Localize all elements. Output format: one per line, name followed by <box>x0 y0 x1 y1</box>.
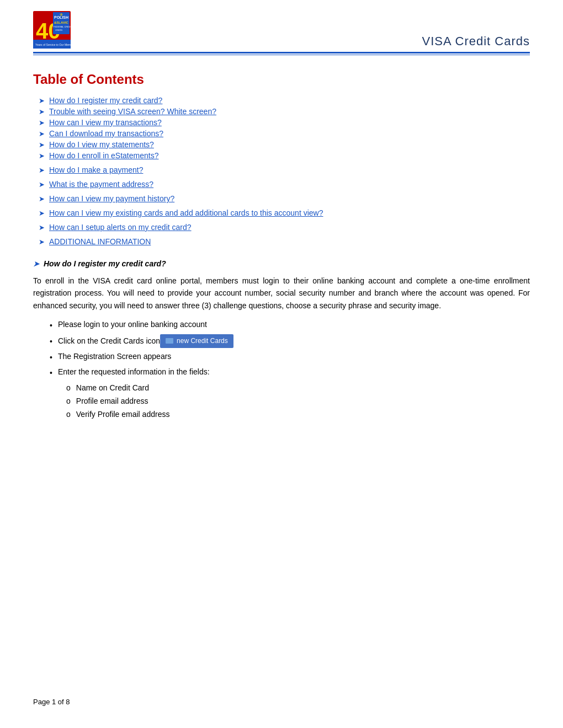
svg-text:Years of Service to Our Member: Years of Service to Our Members <box>35 43 71 46</box>
toc-link-8[interactable]: What is the payment address? <box>49 180 153 189</box>
toc-link-12[interactable]: ADDITIONAL INFORMATION <box>49 237 151 246</box>
toc-item-10: ➤ How can I view my existing cards and a… <box>39 208 530 217</box>
bullet-item-2: • Click on the Credit Cards icon new Cre… <box>50 334 233 348</box>
toc-item-6: ➤ How do I enroll in eStatements? <box>39 151 530 160</box>
bullets-and-badge: • Please login to your online banking ac… <box>33 318 530 422</box>
sub-bullets: o Name on Credit Card o Profile email ad… <box>66 382 233 421</box>
page: 40 POLISH &SLAVIC FEDERAL CREDIT UNION ⚜… <box>0 0 563 728</box>
toc-item-5: ➤ How do I view my statements? <box>39 140 530 149</box>
sub-bullet-text-3: Verify Profile email address <box>76 408 170 420</box>
toc-item-3: ➤ How can I view my transactions? <box>39 118 530 127</box>
sub-bullet-text-2: Profile email address <box>76 395 148 407</box>
toc-link-1[interactable]: How do I register my credit card? <box>49 96 162 105</box>
svg-text:FEDERAL CREDIT: FEDERAL CREDIT <box>54 25 71 28</box>
sub-bullet-marker-3: o <box>66 408 71 420</box>
bullet-text-2: Click on the Credit Cards icon <box>58 335 160 347</box>
toc-item-1: ➤ How do I register my credit card? <box>39 96 530 105</box>
toc-item-11: ➤ How can I setup alerts on my credit ca… <box>39 223 530 232</box>
toc-arrow-12: ➤ <box>39 238 45 246</box>
logo-icon: 40 POLISH &SLAVIC FEDERAL CREDIT UNION ⚜… <box>33 11 71 49</box>
toc-arrow-10: ➤ <box>39 209 45 217</box>
toc-link-6[interactable]: How do I enroll in eStatements? <box>49 151 158 160</box>
toc-link-11[interactable]: How can I setup alerts on my credit card… <box>49 223 192 232</box>
sub-bullet-marker-1: o <box>66 382 71 394</box>
section1-body: To enroll in the VISA credit card online… <box>33 275 530 312</box>
bullet-dot-3: • <box>50 351 52 363</box>
bullet-dot-4: • <box>50 367 52 379</box>
svg-text:⚜: ⚜ <box>59 12 63 18</box>
section1-heading-text: How do I register my credit card? <box>44 259 166 268</box>
bullet-item-1: • Please login to your online banking ac… <box>50 318 233 331</box>
sub-bullet-text-1: Name on Credit Card <box>76 382 149 394</box>
toc-arrow-8: ➤ <box>39 180 45 189</box>
svg-text:UNION: UNION <box>55 29 62 31</box>
bullet-item-3: • The Registration Screen appears <box>50 350 233 363</box>
badge-card-icon <box>166 338 173 344</box>
footer-text: Page 1 of 8 <box>33 698 70 706</box>
bullet-item-4: • Enter the requested information in the… <box>50 366 233 379</box>
section1-arrow: ➤ <box>33 260 39 268</box>
toc-item-9: ➤ How can I view my payment history? <box>39 194 530 203</box>
toc-link-5[interactable]: How do I view my statements? <box>49 140 154 149</box>
toc-link-4[interactable]: Can I download my transactions? <box>49 129 163 138</box>
toc-arrow-7: ➤ <box>39 166 45 174</box>
toc-link-10[interactable]: How can I view my existing cards and add… <box>49 208 323 217</box>
toc-arrow-11: ➤ <box>39 223 45 232</box>
toc-item-2: ➤ Trouble with seeing VISA screen? White… <box>39 107 530 116</box>
badge-label: new Credit Cards <box>177 336 228 346</box>
bullet-text-3: The Registration Screen appears <box>58 350 171 362</box>
toc-list: ➤ How do I register my credit card? ➤ Tr… <box>39 96 530 246</box>
toc-arrow-6: ➤ <box>39 152 45 160</box>
toc-link-3[interactable]: How can I view my transactions? <box>49 118 162 127</box>
toc-link-7[interactable]: How do I make a payment? <box>49 165 143 174</box>
toc-item-12: ➤ ADDITIONAL INFORMATION <box>39 237 530 246</box>
sub-bullet-2: o Profile email address <box>66 395 233 407</box>
toc-item-4: ➤ Can I download my transactions? <box>39 129 530 138</box>
toc-item-8: ➤ What is the payment address? <box>39 180 530 189</box>
svg-text:&SLAVIC: &SLAVIC <box>54 21 69 24</box>
sub-bullet-1: o Name on Credit Card <box>66 382 233 394</box>
section1-heading: ➤ How do I register my credit card? <box>33 259 530 268</box>
toc-arrow-9: ➤ <box>39 195 45 203</box>
page-footer: Page 1 of 8 <box>33 698 70 706</box>
bullet-dot-1: • <box>50 319 52 331</box>
toc-link-2[interactable]: Trouble with seeing VISA screen? White s… <box>49 107 216 116</box>
toc-arrow-3: ➤ <box>39 119 45 127</box>
sub-bullet-marker-2: o <box>66 395 71 407</box>
new-credit-cards-badge: new Credit Cards <box>160 334 233 348</box>
header: 40 POLISH &SLAVIC FEDERAL CREDIT UNION ⚜… <box>0 0 563 49</box>
toc-arrow-2: ➤ <box>39 108 45 116</box>
header-divider <box>33 52 530 53</box>
section1-bullets: • Please login to your online banking ac… <box>50 318 233 422</box>
toc-arrow-1: ➤ <box>39 97 45 105</box>
header-title: VISA Credit Cards <box>422 34 530 49</box>
toc-item-7: ➤ How do I make a payment? <box>39 165 530 174</box>
bullet-dot-2: • <box>50 335 52 347</box>
toc-heading: Table of Contents <box>33 72 530 87</box>
bullet-text-4: Enter the requested information in the f… <box>58 366 210 378</box>
toc-arrow-4: ➤ <box>39 130 45 138</box>
logo-area: 40 POLISH &SLAVIC FEDERAL CREDIT UNION ⚜… <box>33 11 71 49</box>
toc-link-9[interactable]: How can I view my payment history? <box>49 194 174 203</box>
bullet-text-1: Please login to your online banking acco… <box>58 318 207 330</box>
sub-bullet-3: o Verify Profile email address <box>66 408 233 420</box>
main-content: Table of Contents ➤ How do I register my… <box>0 55 563 455</box>
toc-section: Table of Contents ➤ How do I register my… <box>33 72 530 246</box>
toc-arrow-5: ➤ <box>39 141 45 149</box>
